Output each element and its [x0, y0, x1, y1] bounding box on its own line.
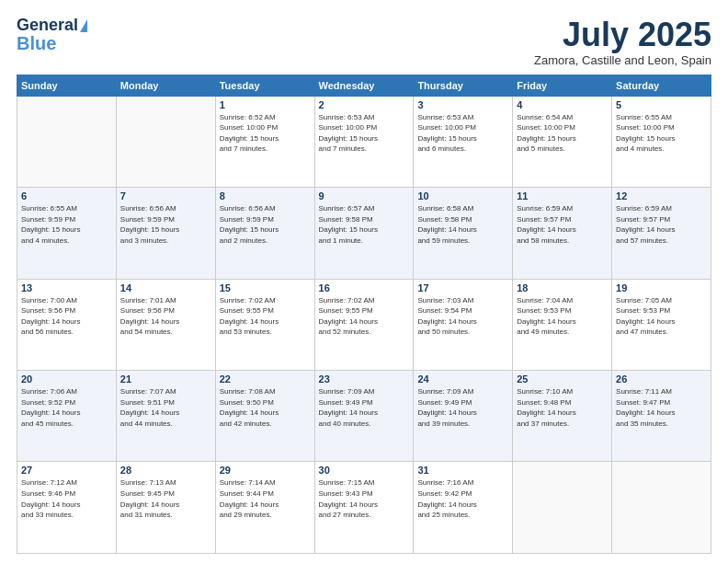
- day-number: 13: [21, 282, 112, 293]
- day-number: 26: [616, 373, 707, 385]
- calendar-cell: 15Sunrise: 7:02 AM Sunset: 9:55 PM Dayli…: [215, 279, 314, 370]
- calendar-cell: 8Sunrise: 6:56 AM Sunset: 9:59 PM Daylig…: [215, 188, 314, 279]
- day-info: Sunrise: 6:55 AM Sunset: 9:59 PM Dayligh…: [21, 203, 112, 246]
- day-number: 30: [319, 465, 410, 476]
- day-number: 5: [616, 99, 707, 110]
- header-sunday: Sunday: [17, 75, 117, 96]
- calendar-cell: 9Sunrise: 6:57 AM Sunset: 9:58 PM Daylig…: [314, 188, 414, 279]
- day-number: 16: [319, 282, 410, 293]
- month-title: July 2025: [534, 17, 711, 53]
- day-number: 31: [417, 465, 508, 476]
- calendar-cell: 25Sunrise: 7:10 AM Sunset: 9:48 PM Dayli…: [513, 371, 612, 462]
- subtitle: Zamora, Castille and Leon, Spain: [534, 53, 711, 67]
- day-info: Sunrise: 7:02 AM Sunset: 9:55 PM Dayligh…: [319, 295, 410, 338]
- day-number: 11: [517, 190, 608, 201]
- header-saturday: Saturday: [612, 75, 711, 96]
- logo: General Blue: [17, 17, 87, 53]
- day-info: Sunrise: 7:00 AM Sunset: 9:56 PM Dayligh…: [21, 295, 112, 338]
- calendar-cell: 11Sunrise: 6:59 AM Sunset: 9:57 PM Dayli…: [513, 188, 612, 279]
- day-info: Sunrise: 7:02 AM Sunset: 9:55 PM Dayligh…: [220, 295, 311, 338]
- day-info: Sunrise: 6:59 AM Sunset: 9:57 PM Dayligh…: [517, 203, 608, 246]
- day-info: Sunrise: 7:15 AM Sunset: 9:43 PM Dayligh…: [319, 477, 410, 520]
- day-info: Sunrise: 7:16 AM Sunset: 9:42 PM Dayligh…: [417, 477, 508, 520]
- day-number: 19: [616, 282, 707, 293]
- calendar-cell: 1Sunrise: 6:52 AM Sunset: 10:00 PM Dayli…: [215, 96, 314, 187]
- day-number: 29: [220, 465, 311, 476]
- day-info: Sunrise: 7:05 AM Sunset: 9:53 PM Dayligh…: [616, 295, 707, 338]
- day-info: Sunrise: 7:03 AM Sunset: 9:54 PM Dayligh…: [417, 295, 508, 338]
- header-wednesday: Wednesday: [314, 75, 414, 96]
- calendar-cell: [612, 462, 711, 554]
- calendar-cell: 24Sunrise: 7:09 AM Sunset: 9:49 PM Dayli…: [414, 371, 513, 462]
- logo-triangle-icon: [80, 19, 87, 32]
- day-info: Sunrise: 6:53 AM Sunset: 10:00 PM Daylig…: [319, 112, 410, 155]
- calendar-cell: 3Sunrise: 6:53 AM Sunset: 10:00 PM Dayli…: [414, 96, 513, 187]
- title-block: July 2025 Zamora, Castille and Leon, Spa…: [534, 17, 711, 67]
- calendar-cell: 12Sunrise: 6:59 AM Sunset: 9:57 PM Dayli…: [612, 188, 711, 279]
- calendar-cell: 13Sunrise: 7:00 AM Sunset: 9:56 PM Dayli…: [17, 279, 117, 370]
- calendar-week-row: 1Sunrise: 6:52 AM Sunset: 10:00 PM Dayli…: [17, 96, 711, 187]
- calendar-cell: 28Sunrise: 7:13 AM Sunset: 9:45 PM Dayli…: [116, 462, 215, 554]
- calendar-week-row: 27Sunrise: 7:12 AM Sunset: 9:46 PM Dayli…: [17, 462, 711, 554]
- day-number: 8: [220, 190, 311, 201]
- day-info: Sunrise: 6:53 AM Sunset: 10:00 PM Daylig…: [417, 112, 508, 155]
- calendar-cell: 27Sunrise: 7:12 AM Sunset: 9:46 PM Dayli…: [17, 462, 117, 554]
- calendar-cell: 16Sunrise: 7:02 AM Sunset: 9:55 PM Dayli…: [314, 279, 414, 370]
- calendar-cell: 26Sunrise: 7:11 AM Sunset: 9:47 PM Dayli…: [612, 371, 711, 462]
- weekday-header-row: Sunday Monday Tuesday Wednesday Thursday…: [17, 75, 711, 96]
- day-info: Sunrise: 7:09 AM Sunset: 9:49 PM Dayligh…: [417, 386, 508, 429]
- header-tuesday: Tuesday: [215, 75, 314, 96]
- calendar-cell: [116, 96, 215, 187]
- day-info: Sunrise: 7:06 AM Sunset: 9:52 PM Dayligh…: [21, 386, 112, 429]
- calendar-cell: 20Sunrise: 7:06 AM Sunset: 9:52 PM Dayli…: [17, 371, 117, 462]
- calendar-week-row: 20Sunrise: 7:06 AM Sunset: 9:52 PM Dayli…: [17, 371, 711, 462]
- day-number: 12: [616, 190, 707, 201]
- day-info: Sunrise: 7:10 AM Sunset: 9:48 PM Dayligh…: [517, 386, 608, 429]
- calendar-cell: [513, 462, 612, 554]
- calendar-week-row: 13Sunrise: 7:00 AM Sunset: 9:56 PM Dayli…: [17, 279, 711, 370]
- day-number: 6: [21, 190, 112, 201]
- calendar-cell: 5Sunrise: 6:55 AM Sunset: 10:00 PM Dayli…: [612, 96, 711, 187]
- header-friday: Friday: [513, 75, 612, 96]
- day-number: 14: [120, 282, 211, 293]
- calendar-table: Sunday Monday Tuesday Wednesday Thursday…: [17, 75, 711, 554]
- day-number: 24: [417, 373, 508, 385]
- day-info: Sunrise: 7:09 AM Sunset: 9:49 PM Dayligh…: [319, 386, 410, 429]
- calendar-cell: 14Sunrise: 7:01 AM Sunset: 9:56 PM Dayli…: [116, 279, 215, 370]
- day-number: 28: [120, 465, 211, 476]
- day-number: 21: [120, 373, 211, 385]
- calendar-cell: 19Sunrise: 7:05 AM Sunset: 9:53 PM Dayli…: [612, 279, 711, 370]
- calendar-cell: 17Sunrise: 7:03 AM Sunset: 9:54 PM Dayli…: [414, 279, 513, 370]
- calendar-cell: 4Sunrise: 6:54 AM Sunset: 10:00 PM Dayli…: [513, 96, 612, 187]
- day-number: 3: [417, 99, 508, 110]
- day-info: Sunrise: 6:56 AM Sunset: 9:59 PM Dayligh…: [120, 203, 211, 246]
- header-monday: Monday: [116, 75, 215, 96]
- logo-blue: Blue: [17, 33, 56, 53]
- calendar-cell: 29Sunrise: 7:14 AM Sunset: 9:44 PM Dayli…: [215, 462, 314, 554]
- day-info: Sunrise: 6:56 AM Sunset: 9:59 PM Dayligh…: [220, 203, 311, 246]
- day-info: Sunrise: 6:59 AM Sunset: 9:57 PM Dayligh…: [616, 203, 707, 246]
- day-info: Sunrise: 6:58 AM Sunset: 9:58 PM Dayligh…: [417, 203, 508, 246]
- calendar-cell: 30Sunrise: 7:15 AM Sunset: 9:43 PM Dayli…: [314, 462, 414, 554]
- day-info: Sunrise: 6:54 AM Sunset: 10:00 PM Daylig…: [517, 112, 608, 155]
- day-info: Sunrise: 7:11 AM Sunset: 9:47 PM Dayligh…: [616, 386, 707, 429]
- header-thursday: Thursday: [414, 75, 513, 96]
- day-number: 25: [517, 373, 608, 385]
- calendar-cell: 18Sunrise: 7:04 AM Sunset: 9:53 PM Dayli…: [513, 279, 612, 370]
- day-number: 23: [319, 373, 410, 385]
- day-info: Sunrise: 7:14 AM Sunset: 9:44 PM Dayligh…: [220, 477, 311, 520]
- calendar-cell: 31Sunrise: 7:16 AM Sunset: 9:42 PM Dayli…: [414, 462, 513, 554]
- calendar-cell: 7Sunrise: 6:56 AM Sunset: 9:59 PM Daylig…: [116, 188, 215, 279]
- day-info: Sunrise: 6:57 AM Sunset: 9:58 PM Dayligh…: [319, 203, 410, 246]
- day-info: Sunrise: 7:01 AM Sunset: 9:56 PM Dayligh…: [120, 295, 211, 338]
- day-number: 15: [220, 282, 311, 293]
- day-number: 20: [21, 373, 112, 385]
- day-number: 2: [319, 99, 410, 110]
- day-number: 9: [319, 190, 410, 201]
- calendar-cell: 22Sunrise: 7:08 AM Sunset: 9:50 PM Dayli…: [215, 371, 314, 462]
- day-info: Sunrise: 7:07 AM Sunset: 9:51 PM Dayligh…: [120, 386, 211, 429]
- calendar-cell: 10Sunrise: 6:58 AM Sunset: 9:58 PM Dayli…: [414, 188, 513, 279]
- day-info: Sunrise: 7:12 AM Sunset: 9:46 PM Dayligh…: [21, 477, 112, 520]
- day-number: 7: [120, 190, 211, 201]
- calendar-cell: 21Sunrise: 7:07 AM Sunset: 9:51 PM Dayli…: [116, 371, 215, 462]
